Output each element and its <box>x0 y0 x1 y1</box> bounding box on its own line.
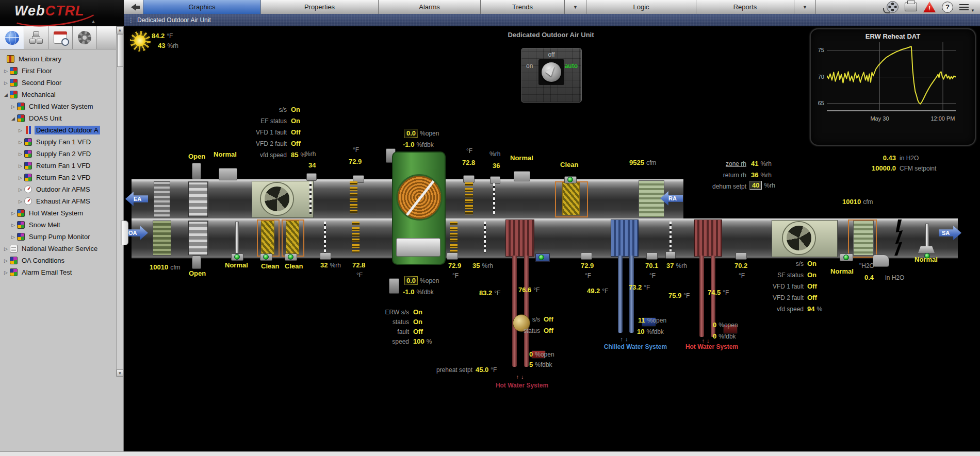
tree-expander-icon[interactable]: ▷ <box>18 163 23 168</box>
ef-vfd2-val: Off <box>291 140 301 147</box>
sidebar-item-chilled-water-system[interactable]: ▷Chilled Water System <box>0 100 116 112</box>
dehum-setpt-boxs[interactable]: 40 <box>749 181 762 190</box>
switch-knob[interactable] <box>542 62 561 82</box>
erw-sa-temp-unit: °F <box>452 273 459 280</box>
chw-link[interactable]: Chilled Water System <box>604 344 667 351</box>
unit-mode-switch[interactable]: off on auto <box>521 48 582 103</box>
tree-expander-icon[interactable]: ▷ <box>3 270 9 275</box>
hw-valve-fdbk-lbl: %fdbk <box>718 333 736 340</box>
media-reel-icon[interactable] <box>887 1 899 13</box>
tree-expander-icon[interactable]: ▷ <box>18 140 23 145</box>
hw-link-rlink[interactable]: Hot Water System <box>685 343 738 350</box>
tree-expander-icon[interactable]: ▷ <box>3 69 9 74</box>
sidebar-item-oa-conditions[interactable]: ▷OA Conditions <box>0 255 116 266</box>
tree-graphic-icon <box>10 79 18 87</box>
back-arrow-icon <box>127 4 136 11</box>
alarm-triangle-icon[interactable]: ! <box>923 2 936 12</box>
tree-expander-icon[interactable]: ▷ <box>18 128 23 133</box>
bypass-bot-fdbk-val: -1.0 <box>403 288 414 296</box>
tab-trends[interactable]: Trends <box>481 0 565 14</box>
preheat-hws-link-drlink[interactable]: Hot Water System <box>496 382 548 389</box>
schedule-button[interactable] <box>48 26 73 49</box>
scrollbar-thumb[interactable] <box>117 34 124 67</box>
sidebar-item-return-fan-1-vfd[interactable]: ▷Return Fan 1 VFD <box>0 160 116 172</box>
sidebar-item-hot-water-system[interactable]: ▷Hot Water System <box>0 207 116 219</box>
sidebar-item-second-floor[interactable]: ▷Second Floor <box>0 77 116 89</box>
chw-supply-pipe <box>618 256 623 333</box>
ra-temp-val: 72.9 <box>349 158 362 165</box>
sidebar-item-doas-unit[interactable]: ◢DOAS Unit <box>0 112 116 124</box>
cc-rh: 37%rh <box>666 262 687 270</box>
oa-temp-duct-unit: °F <box>356 272 363 279</box>
tree-expander-icon[interactable]: ◢ <box>10 116 16 121</box>
cc-rh-sensor <box>665 251 676 259</box>
scroll-up-icon[interactable]: ▲ <box>117 26 123 33</box>
tree-expander-icon[interactable]: ▷ <box>18 151 23 157</box>
preheat-hws-link[interactable]: Hot Water System <box>496 382 548 390</box>
bypass-bot-open-boxd[interactable]: 0.0 <box>404 276 418 285</box>
sidebar-item-national-weather-service[interactable]: ▷National Weather Service <box>0 243 116 255</box>
sidebar-item-snow-melt[interactable]: ▷Snow Melt <box>0 219 116 231</box>
tree-expander-icon[interactable]: ▷ <box>10 223 16 228</box>
bypass-bot-open[interactable]: 0.0%open <box>404 277 439 285</box>
sidebar-item-sump-pump-monitor[interactable]: ▷Sump Pump Monitor <box>0 231 116 243</box>
chw-valve-open: 11%open <box>638 317 666 325</box>
tab-trends-dropdown-icon[interactable]: ▼ <box>565 0 586 14</box>
bypass-top-open[interactable]: 0.0%open <box>404 130 439 138</box>
tree-expander-icon[interactable]: ▷ <box>10 104 16 109</box>
back-button[interactable] <box>124 0 143 14</box>
network-tree-button[interactable] <box>24 26 48 49</box>
tree-expander-icon[interactable]: ▷ <box>18 175 23 180</box>
sf-vfd1-val: Off <box>807 282 817 290</box>
chw-link-blink[interactable]: Chilled Water System <box>604 343 667 350</box>
config-button[interactable] <box>73 26 97 49</box>
sidebar-collapse-arrow[interactable]: ▲ <box>91 19 96 24</box>
sidebar-item-outdoor-air-afms[interactable]: ▷Outdoor Air AFMS <box>0 183 116 195</box>
network-icon <box>29 31 43 44</box>
zone-rh-label-ulink[interactable]: zone rh <box>726 160 746 167</box>
sidebar-scrollbar[interactable]: ▲ ▼ <box>116 26 123 377</box>
tab-properties[interactable]: Properties <box>261 0 379 14</box>
hw-link[interactable]: Hot Water System <box>685 344 738 351</box>
tree-expander-icon[interactable]: ▷ <box>3 246 9 251</box>
ef-ss-val: On <box>291 106 300 113</box>
geo-tree-button[interactable] <box>0 26 24 49</box>
bypass-top-open-boxd[interactable]: 0.0 <box>404 129 418 138</box>
tab-graphics[interactable]: Graphics <box>143 0 261 14</box>
help-icon[interactable]: ? <box>942 2 953 13</box>
zone-rh-label[interactable]: zone rh <box>726 161 746 168</box>
sidebar-item-supply-fan-2-vfd[interactable]: ▷Supply Fan 2 VFD <box>0 148 116 160</box>
sidebar-item-dedicated-outdoor-a[interactable]: ▷Dedicated Outdoor A <box>0 124 116 136</box>
tree-expander-icon[interactable]: ▷ <box>10 211 16 216</box>
sidebar-resize-handle[interactable] <box>121 221 128 245</box>
tab-reports-dropdown-icon[interactable]: ▼ <box>794 0 816 14</box>
tree-expander-icon[interactable]: ◢ <box>3 92 9 97</box>
menu-icon[interactable] <box>959 4 969 10</box>
sidebar-toolbar <box>0 26 123 49</box>
sidebar-item-alarm-email-test[interactable]: ▷Alarm Email Test <box>0 266 116 278</box>
ea-louver <box>154 181 170 217</box>
tree-label: Mechanical <box>20 90 57 99</box>
bypass-bot-fdbk: -1.0%fdbk <box>403 289 434 296</box>
tree-expander-icon[interactable]: ▷ <box>10 234 16 240</box>
breadcrumb-icon: ⋮ <box>128 16 134 24</box>
tree-expander-icon[interactable]: ▷ <box>3 258 9 263</box>
tree-expander-icon[interactable]: ▷ <box>3 80 9 86</box>
dehum-setpt[interactable]: 40%rh <box>749 182 775 190</box>
printer-icon[interactable] <box>905 3 917 11</box>
sidebar-item-supply-fan-1-vfd[interactable]: ▷Supply Fan 1 VFD <box>0 136 116 148</box>
sidebar-item-first-floor[interactable]: ▷First Floor <box>0 65 116 77</box>
tab-reports[interactable]: Reports <box>696 0 794 14</box>
tab-logic[interactable]: Logic <box>586 0 696 14</box>
sidebar-item-return-fan-2-vfd[interactable]: ▷Return Fan 2 VFD <box>0 172 116 183</box>
tree-expander-icon[interactable]: ▷ <box>18 187 23 192</box>
breadcrumb[interactable]: ⋮Dedicated Outdoor Air Unit <box>124 14 980 26</box>
sidebar-item-mechanical[interactable]: ◢Mechanical <box>0 89 116 100</box>
scroll-down-icon[interactable]: ▼ <box>117 369 123 377</box>
ef-status-label-lbl: EF status <box>260 117 287 125</box>
ef-vfd1: Off <box>291 129 301 137</box>
sidebar-item-marion-library[interactable]: Marion Library <box>0 53 116 65</box>
sidebar-item-exhaust-air-afms[interactable]: ▷Exhaust Air AFMS <box>0 195 116 207</box>
tree-expander-icon[interactable]: ▷ <box>18 199 23 204</box>
tab-alarms[interactable]: Alarms <box>379 0 481 14</box>
